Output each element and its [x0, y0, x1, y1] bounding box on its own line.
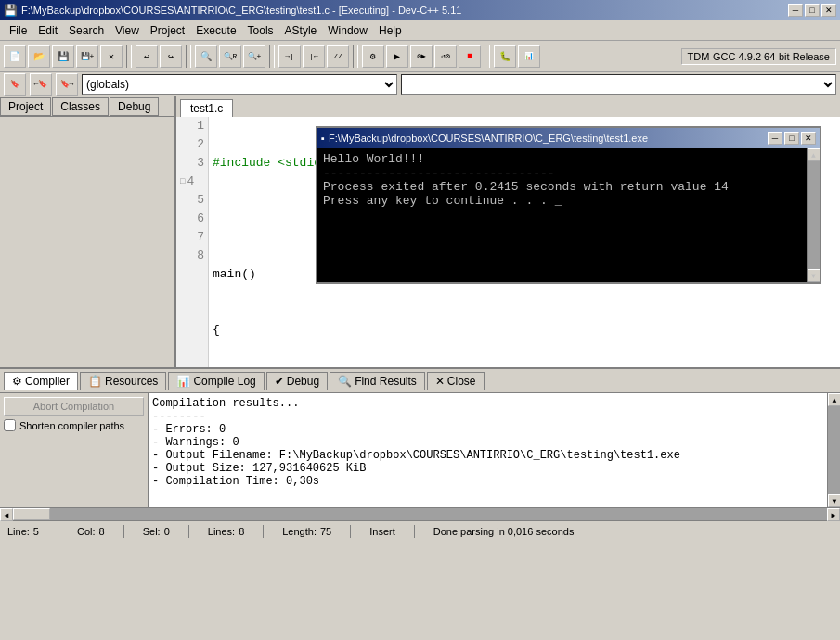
tb-unindent[interactable]: |← [303, 45, 325, 68]
close-button[interactable]: ✕ [821, 4, 836, 17]
hscroll-thumb[interactable] [13, 508, 50, 520]
tb-debug[interactable]: 🐛 [494, 45, 516, 68]
menu-view[interactable]: View [110, 22, 145, 39]
tab-find-results[interactable]: 🔍 Find Results [330, 372, 425, 390]
title-text: F:\MyBackup\dropbox\COURSES\ANTIRRIO\C_E… [21, 5, 461, 16]
menu-help[interactable]: Help [373, 22, 407, 39]
menu-execute[interactable]: Execute [190, 22, 241, 39]
file-tab-test1[interactable]: test1.c [180, 99, 233, 117]
line-label: Line: [7, 526, 30, 537]
abort-compilation-button[interactable]: Abort Compilation [4, 397, 144, 416]
tb2-bookmark[interactable]: 🔖 [4, 73, 26, 96]
panel-tabs: Project Classes Debug [0, 96, 176, 117]
exec-title-text: F:\MyBackup\dropbox\COURSES\ANTIRRIO\C_E… [329, 133, 648, 144]
tb-run[interactable]: ▶ [386, 45, 408, 68]
exec-controls: ─ □ ✕ [768, 132, 816, 145]
find-results-icon: 🔍 [338, 375, 352, 388]
shorten-paths-label[interactable]: Shorten compiler paths [4, 419, 144, 431]
line-value: 5 [33, 526, 39, 537]
tb-new[interactable]: 📄 [4, 45, 26, 68]
code-editor[interactable]: 1 2 3 □4 5 6 7 8 #include <stdio.h> main… [176, 117, 840, 367]
exec-window[interactable]: ▪ F:\MyBackup\dropbox\COURSES\ANTIRRIO\C… [316, 126, 821, 284]
shorten-paths-checkbox[interactable] [4, 419, 16, 431]
tb-sep1 [126, 45, 132, 68]
tb-undo[interactable]: ↩ [136, 45, 158, 68]
menu-edit[interactable]: Edit [32, 22, 63, 39]
menu-tools[interactable]: Tools [242, 22, 279, 39]
globals-dropdown[interactable]: (globals) [82, 74, 397, 95]
scroll-track[interactable] [808, 161, 820, 269]
hscroll-right[interactable]: ▶ [827, 508, 840, 521]
tb-stop[interactable]: ■ [459, 45, 481, 68]
col-value: 8 [99, 526, 105, 537]
tb-sep2 [186, 45, 191, 68]
sel-label: Sel: [143, 526, 161, 537]
scroll-down-arrow[interactable]: ▼ [808, 269, 821, 282]
bottom-left-panel: Abort Compilation Shorten compiler paths [0, 393, 149, 507]
hscroll-left[interactable]: ◀ [0, 508, 13, 521]
tb-redo[interactable]: ↪ [160, 45, 182, 68]
tab-resources[interactable]: 📋 Resources [80, 372, 166, 390]
tb-open[interactable]: 📂 [28, 45, 50, 68]
scroll-up-arrow[interactable]: ▲ [808, 148, 821, 161]
exec-close[interactable]: ✕ [801, 132, 816, 145]
tab-close[interactable]: ✕ Close [427, 372, 485, 390]
bottom-scroll-down[interactable]: ▼ [828, 494, 840, 507]
hscroll-track[interactable] [13, 508, 827, 520]
status-lines: Lines: 8 [208, 526, 244, 537]
compiler-label: TDM-GCC 4.9.2 64-bit Release [681, 48, 836, 65]
tb-close[interactable]: ✕ [100, 45, 123, 68]
tb-sep4 [353, 45, 358, 68]
menu-project[interactable]: Project [145, 22, 190, 39]
tb-save[interactable]: 💾 [52, 45, 74, 68]
bottom-scroll-track[interactable] [828, 406, 840, 494]
find-results-label: Find Results [355, 375, 417, 388]
tb-indent[interactable]: →| [278, 45, 301, 68]
resources-tab-icon: 📋 [88, 375, 102, 388]
debug-tab-icon: ✔ [275, 375, 284, 388]
compile-log-icon: 📊 [176, 375, 190, 388]
menu-astyle[interactable]: AStyle [279, 22, 323, 39]
exec-maximize[interactable]: □ [784, 132, 799, 145]
maximize-button[interactable]: □ [805, 4, 820, 17]
menu-bar: File Edit Search View Project Execute To… [0, 20, 840, 41]
function-dropdown[interactable] [401, 74, 836, 95]
tb2-next-bookmark[interactable]: 🔖→ [56, 73, 78, 96]
menu-file[interactable]: File [4, 22, 32, 39]
title-bar-left: 💾 F:\MyBackup\dropbox\COURSES\ANTIRRIO\C… [4, 4, 461, 17]
tab-debug[interactable]: ✔ Debug [266, 372, 328, 390]
tb2-prev-bookmark[interactable]: ←🔖 [30, 73, 52, 96]
toolbar2: 🔖 ←🔖 🔖→ (globals) [0, 72, 840, 96]
exec-line-2: -------------------------------- [323, 166, 814, 180]
bottom-scroll-up[interactable]: ▲ [828, 393, 840, 406]
bottom-scrollbar[interactable]: ▲ ▼ [827, 393, 840, 507]
status-col: Col: 8 [77, 526, 105, 537]
tab-compiler[interactable]: ⚙ Compiler [4, 372, 78, 390]
tb-replace[interactable]: 🔍R [219, 45, 241, 68]
tb-toggle-comment[interactable]: // [327, 45, 349, 68]
tab-classes[interactable]: Classes [52, 97, 109, 116]
tb-findall[interactable]: 🔍+ [243, 45, 265, 68]
status-sel: Sel: 0 [143, 526, 170, 537]
tb-compile-run[interactable]: ⚙▶ [410, 45, 433, 68]
bottom-hscroll[interactable]: ◀ ▶ [0, 507, 840, 520]
main-area: 1 2 3 □4 5 6 7 8 #include <stdio.h> main… [0, 117, 840, 367]
tab-debug[interactable]: Debug [110, 97, 159, 116]
minimize-button[interactable]: ─ [788, 4, 803, 17]
menu-search[interactable]: Search [63, 22, 110, 39]
menu-window[interactable]: Window [322, 22, 373, 39]
tb-profile[interactable]: 📊 [518, 45, 540, 68]
log-line-5: - Compilation Time: 0,30s [152, 475, 823, 488]
tab-project[interactable]: Project [0, 97, 51, 116]
tb-compile[interactable]: ⚙ [362, 45, 384, 68]
left-panel [0, 117, 176, 367]
title-bar: 💾 F:\MyBackup\dropbox\COURSES\ANTIRRIO\C… [0, 0, 840, 20]
tb-find[interactable]: 🔍 [195, 45, 217, 68]
file-tabs: test1.c [176, 96, 840, 117]
exec-minimize[interactable]: ─ [768, 132, 782, 145]
tb-saveall[interactable]: 💾+ [76, 45, 98, 68]
status-sep2 [123, 525, 124, 538]
tb-rebuild[interactable]: ↺⚙ [434, 45, 457, 68]
exec-scrollbar[interactable]: ▲ ▼ [807, 148, 820, 282]
tab-compile-log[interactable]: 📊 Compile Log [168, 372, 264, 390]
